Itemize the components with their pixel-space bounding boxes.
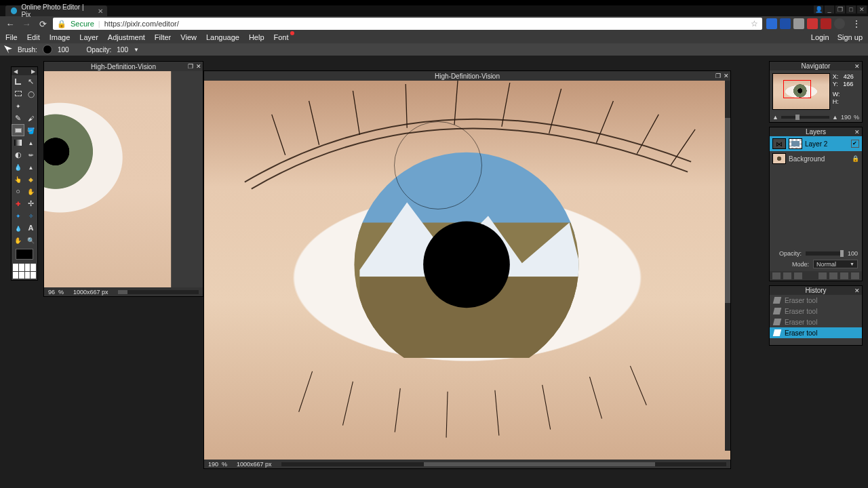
tool-colorpicker[interactable] xyxy=(12,222,24,234)
menu-file[interactable]: File xyxy=(5,33,18,41)
doc-a-restore-icon[interactable]: ❐ xyxy=(188,63,193,70)
zoom-slider[interactable] xyxy=(781,116,829,119)
doc-b-vscroll[interactable] xyxy=(725,81,730,451)
tool-lasso[interactable] xyxy=(24,87,37,100)
bookmark-star-icon[interactable]: ☆ xyxy=(751,19,758,28)
tool-move[interactable] xyxy=(24,75,37,87)
menu-help[interactable]: Help xyxy=(249,33,264,41)
tool-stamp[interactable] xyxy=(24,136,37,148)
layer-row[interactable]: ⋈ Layer 2 xyxy=(770,136,862,151)
layer-style-icon[interactable] xyxy=(794,272,802,279)
browser-menu-icon[interactable]: ⋮ xyxy=(849,18,864,29)
window-people-icon[interactable]: 👤 xyxy=(814,5,823,14)
tool-blur[interactable] xyxy=(12,161,24,173)
browser-tab[interactable]: Online Photo Editor | Pix ✕ xyxy=(5,5,107,16)
doc-b-close-icon[interactable]: ✕ xyxy=(724,73,729,79)
menu-adjustment[interactable]: Adjustment xyxy=(108,33,145,41)
doc-b-canvas[interactable] xyxy=(204,81,730,460)
tool-drawing[interactable] xyxy=(24,148,37,161)
signup-link[interactable]: Sign up xyxy=(837,33,863,41)
extension-icon[interactable] xyxy=(766,18,777,29)
layer-mask-icon[interactable] xyxy=(783,272,791,279)
window-restore-icon[interactable]: ❐ xyxy=(835,5,845,14)
menu-edit[interactable]: Edit xyxy=(27,33,40,41)
document-window-a[interactable]: High-Definition-Vision ❐✕ 96 % 1000x667 … xyxy=(43,61,203,297)
history-row[interactable]: Eraser tool xyxy=(770,295,862,306)
tool-redeye[interactable] xyxy=(12,197,24,209)
tool-burn[interactable] xyxy=(24,185,37,197)
back-button[interactable]: ← xyxy=(4,18,16,30)
toolbox-prev-icon[interactable]: ◀ xyxy=(14,68,18,75)
tool-brush[interactable] xyxy=(24,112,37,124)
color-palette[interactable] xyxy=(12,262,37,280)
tool-dodge[interactable] xyxy=(12,185,24,197)
doc-b-hscroll[interactable] xyxy=(281,462,726,466)
layers-close-icon[interactable]: ✕ xyxy=(854,129,860,136)
extension-icon[interactable] xyxy=(793,18,804,29)
layer-link-icon[interactable]: ⋈ xyxy=(772,138,786,149)
window-maximize-icon[interactable]: □ xyxy=(846,5,856,14)
tool-pencil[interactable] xyxy=(12,112,24,124)
toolbox-next-icon[interactable]: ▶ xyxy=(31,68,35,75)
brush-size[interactable]: 100 xyxy=(58,46,69,54)
tool-sharpen[interactable] xyxy=(24,161,37,173)
tool-sponge[interactable] xyxy=(24,173,37,185)
layer-visibility-toggle[interactable] xyxy=(851,140,859,148)
layer-down-icon[interactable] xyxy=(840,272,848,279)
menu-image[interactable]: Image xyxy=(50,33,71,41)
layer-opacity-slider[interactable] xyxy=(806,251,844,256)
tool-crop[interactable] xyxy=(12,75,24,87)
doc-a-hscroll[interactable] xyxy=(118,290,199,294)
menu-layer[interactable]: Layer xyxy=(79,33,98,41)
extension-icon[interactable] xyxy=(821,18,831,29)
history-row[interactable]: Eraser tool xyxy=(770,327,862,338)
tool-pinch[interactable] xyxy=(24,209,37,222)
layer-delete-icon[interactable] xyxy=(851,272,859,279)
zoom-in-icon[interactable]: ▲ xyxy=(832,114,838,121)
tool-color-replace[interactable] xyxy=(12,148,24,161)
menu-filter[interactable]: Filter xyxy=(155,33,171,41)
tool-hand[interactable] xyxy=(12,234,24,246)
menu-view[interactable]: View xyxy=(180,33,197,41)
doc-a-close-icon[interactable]: ✕ xyxy=(196,63,201,70)
reload-button[interactable]: ⟳ xyxy=(37,18,49,30)
color-swatch[interactable] xyxy=(12,246,37,262)
tool-smudge[interactable] xyxy=(12,173,24,185)
opacity-dropdown-icon[interactable]: ▼ xyxy=(134,47,139,53)
extension-icon[interactable] xyxy=(780,18,791,29)
layer-name[interactable]: Background xyxy=(789,155,825,163)
extension-icon[interactable] xyxy=(834,18,845,29)
tool-bloat[interactable] xyxy=(12,209,24,222)
tool-eraser[interactable] xyxy=(12,124,24,136)
doc-b-restore-icon[interactable]: ❐ xyxy=(715,73,721,79)
tool-zoom[interactable] xyxy=(24,234,37,246)
tool-type[interactable] xyxy=(24,222,37,234)
address-bar[interactable]: 🔒 Secure | https://pixlr.com/editor/ ☆ xyxy=(53,18,762,30)
navigator-close-icon[interactable]: ✕ xyxy=(854,63,860,70)
menu-font[interactable]: Font xyxy=(274,33,289,41)
layer-lock-icon[interactable]: 🔒 xyxy=(852,155,859,162)
login-link[interactable]: Login xyxy=(811,33,829,41)
history-close-icon[interactable]: ✕ xyxy=(854,287,860,294)
tool-bucket[interactable] xyxy=(24,124,37,136)
extension-icon[interactable] xyxy=(807,18,818,29)
layer-row[interactable]: Background 🔒 xyxy=(770,151,862,166)
navigator-thumbnail[interactable] xyxy=(772,73,830,110)
document-window-b[interactable]: High-Definition-Vision ❐✕ xyxy=(203,70,731,469)
layer-name[interactable]: Layer 2 xyxy=(805,140,827,148)
history-row[interactable]: Eraser tool xyxy=(770,306,862,317)
tab-close-icon[interactable]: ✕ xyxy=(98,7,103,15)
window-close-icon[interactable]: ✕ xyxy=(857,5,867,14)
tool-marquee[interactable] xyxy=(12,87,24,100)
forward-button[interactable]: → xyxy=(20,18,33,30)
layer-up-icon[interactable] xyxy=(829,272,837,279)
tool-gradient[interactable] xyxy=(12,136,24,148)
tool-spot-heal[interactable] xyxy=(24,197,37,209)
layer-mode-select[interactable]: Normal▼ xyxy=(813,260,858,268)
opacity-value[interactable]: 100 xyxy=(117,46,128,54)
window-minimize-icon[interactable]: _ xyxy=(825,5,834,14)
zoom-out-icon[interactable]: ▲ xyxy=(772,114,778,121)
tool-wand[interactable] xyxy=(12,100,24,112)
brush-preview[interactable] xyxy=(43,45,52,54)
layer-new-icon[interactable] xyxy=(772,272,781,279)
